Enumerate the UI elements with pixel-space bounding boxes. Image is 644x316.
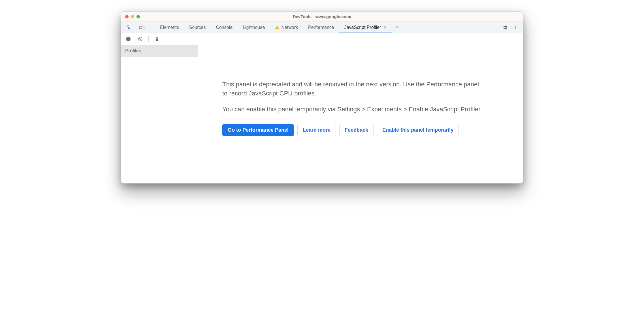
close-window-button[interactable] [125,15,129,18]
message-paragraph-2: You can enable this panel temporarily vi… [222,105,483,114]
minimize-window-button[interactable] [131,15,134,18]
deprecation-message: This panel is deprecated and will be rem… [222,80,483,114]
tab-sources[interactable]: Sources [184,22,211,33]
tab-label: Elements [160,25,179,30]
content-area: This panel is deprecated and will be rem… [198,33,523,183]
sidebar-toolbar [121,33,198,45]
settings-icon[interactable] [500,23,510,32]
svg-line-6 [139,38,142,40]
tabbar-right [495,22,523,33]
tab-elements[interactable]: Elements [155,22,184,33]
enable-temporarily-button[interactable]: Enable this panel temporarily [377,124,459,136]
device-toolbar-icon[interactable] [137,23,147,32]
maximize-window-button[interactable] [137,15,140,18]
tab-label: Sources [189,25,206,30]
tabbar-left [121,22,155,33]
tab-label: Lighthouse [243,25,265,30]
tab-javascript-profiler[interactable]: JavaScript Profiler ✕ [339,22,392,33]
divider [497,24,497,31]
window-title: DevTools - www.google.com/ [121,14,523,19]
warning-icon [275,25,280,30]
sidebar-item-profiles[interactable]: Profiles [121,45,198,57]
learn-more-button[interactable]: Learn more [297,124,336,136]
action-buttons: Go to Performance Panel Learn more Feedb… [222,124,506,136]
tabs: Elements Sources Console Lighthouse Netw… [155,22,402,33]
svg-rect-0 [277,27,278,28]
tab-label: Network [281,25,298,30]
message-paragraph-1: This panel is deprecated and will be rem… [222,80,483,98]
tab-lighthouse[interactable]: Lighthouse [238,22,270,33]
svg-point-4 [515,28,516,29]
svg-rect-1 [277,28,278,29]
panel-body: Profiles This panel is deprecated and wi… [121,33,523,183]
feedback-button[interactable]: Feedback [339,124,374,136]
tabbar: Elements Sources Console Lighthouse Netw… [121,22,523,33]
tab-label: JavaScript Profiler [344,25,381,30]
sidebar: Profiles [121,33,198,183]
clear-button[interactable] [135,34,145,44]
tab-console[interactable]: Console [211,22,238,33]
devtools-window: DevTools - www.google.com/ Elements Sour… [121,11,523,183]
divider [148,36,149,42]
tab-network[interactable]: Network [270,22,303,33]
titlebar: DevTools - www.google.com/ [121,12,523,22]
svg-point-2 [515,25,516,26]
inspect-element-icon[interactable] [124,23,134,32]
close-tab-icon[interactable]: ✕ [383,25,387,30]
sidebar-list: Profiles [121,45,198,183]
traffic-lights [121,15,140,18]
delete-button[interactable] [152,34,162,44]
sidebar-item-label: Profiles [125,48,141,54]
record-button[interactable] [123,34,133,44]
divider [152,24,152,31]
tab-label: Console [216,25,233,30]
go-to-performance-button[interactable]: Go to Performance Panel [222,124,294,136]
tab-performance[interactable]: Performance [303,22,339,33]
kebab-menu-icon[interactable] [511,23,521,32]
record-icon [126,37,131,41]
more-tabs-button[interactable] [392,22,402,33]
svg-point-3 [515,27,516,28]
tab-label: Performance [308,25,334,30]
